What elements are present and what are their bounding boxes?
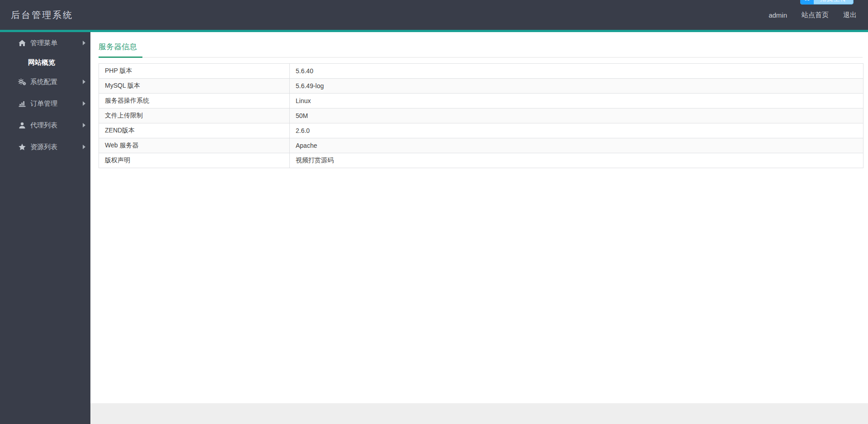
topbar: 后台管理系统 admin 站点首页 退出 <box>0 0 868 32</box>
row-value: 视频打赏源码 <box>290 153 863 168</box>
tab-server-info[interactable]: 服务器信息 <box>99 42 142 58</box>
bar-chart-icon <box>18 100 26 108</box>
row-label: 版权声明 <box>99 153 290 168</box>
footer <box>90 403 868 424</box>
topbar-link-logout[interactable]: 退出 <box>843 11 857 19</box>
table-row: 文件上传限制 50M <box>99 108 863 123</box>
upload-extension-badge[interactable]: ∞ 拖拽上传 <box>800 0 854 5</box>
row-value: Linux <box>290 94 863 108</box>
row-value: 2.6.0 <box>290 123 863 138</box>
table-row: 服务器操作系统 Linux <box>99 94 863 108</box>
sidebar-item-label: 代理列表 <box>30 121 57 130</box>
sidebar-item-order-management[interactable]: 订单管理 <box>0 93 90 114</box>
chevron-right-icon <box>83 145 85 149</box>
cogs-icon <box>18 78 26 86</box>
star-icon <box>18 143 26 151</box>
sidebar-item-label: 资源列表 <box>30 143 57 151</box>
sidebar-item-admin-menu[interactable]: 管理菜单 <box>0 32 90 54</box>
chevron-right-icon <box>83 123 85 127</box>
row-label: 服务器操作系统 <box>99 94 290 108</box>
sidebar-item-label: 管理菜单 <box>30 39 57 47</box>
app-title: 后台管理系统 <box>11 9 73 21</box>
sidebar-item-label: 订单管理 <box>30 99 57 108</box>
infinity-icon: ∞ <box>800 0 814 5</box>
sidebar-item-site-overview[interactable]: 网站概览 <box>0 54 90 71</box>
table-row: ZEND版本 2.6.0 <box>99 123 863 138</box>
sidebar-item-system-config[interactable]: 系统配置 <box>0 71 90 93</box>
table-row: 版权声明 视频打赏源码 <box>99 153 863 168</box>
row-label: PHP 版本 <box>99 64 290 79</box>
topbar-link-admin[interactable]: admin <box>769 11 787 19</box>
row-label: ZEND版本 <box>99 123 290 138</box>
chevron-right-icon <box>83 41 85 45</box>
row-label: MySQL 版本 <box>99 79 290 94</box>
tab-bar: 服务器信息 <box>99 32 863 58</box>
sidebar-item-label: 网站概览 <box>28 58 55 67</box>
sidebar-item-label: 系统配置 <box>30 78 57 86</box>
row-value: 5.6.40 <box>290 64 863 79</box>
chevron-right-icon <box>83 80 85 84</box>
row-value: 50M <box>290 108 863 123</box>
sidebar-item-resource-list[interactable]: 资源列表 <box>0 136 90 158</box>
user-icon <box>18 122 26 129</box>
row-label: 文件上传限制 <box>99 108 290 123</box>
table-row: PHP 版本 5.6.40 <box>99 64 863 79</box>
table-row: MySQL 版本 5.6.49-log <box>99 79 863 94</box>
main-content: 服务器信息 PHP 版本 5.6.40 MySQL 版本 5.6.49-log … <box>90 32 868 403</box>
row-value: Apache <box>290 138 863 153</box>
upload-extension-label: 拖拽上传 <box>814 0 854 5</box>
table-row: Web 服务器 Apache <box>99 138 863 153</box>
topbar-link-site-home[interactable]: 站点首页 <box>802 11 829 19</box>
sidebar: 管理菜单 网站概览 系统配置 订单管理 <box>0 32 90 424</box>
sidebar-item-agent-list[interactable]: 代理列表 <box>0 114 90 136</box>
home-icon <box>18 39 26 47</box>
row-value: 5.6.49-log <box>290 79 863 94</box>
server-info-table: PHP 版本 5.6.40 MySQL 版本 5.6.49-log 服务器操作系… <box>99 63 863 168</box>
row-label: Web 服务器 <box>99 138 290 153</box>
chevron-right-icon <box>83 101 85 106</box>
